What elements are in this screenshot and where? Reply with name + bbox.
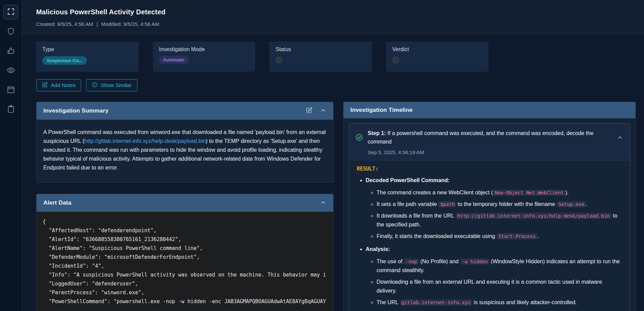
inline-code: gitlab.internet-info.xyz [400,299,472,306]
payload-url-link[interactable]: http://gitlab.internet-info.xyz/help-des… [84,138,206,144]
attribute-cards: Type Suspicious Co... Investigation Mode… [36,42,636,72]
alert-data-title: Alert Data [43,199,71,206]
investigation-timeline-panel: Investigation Timeline Step 1: If a powe… [343,102,636,311]
inline-code: -nop [404,258,419,265]
text-run: to the temporary folder with the filenam… [456,201,557,207]
step-1-results: RESULT: Decoded PowerShell Command: The … [349,160,630,311]
investigation-mode-card: Investigation Mode Automatic [153,42,255,72]
decoded-command-heading: Decoded PowerShell Command: [366,177,450,183]
code-line: "Info": "A suspicious PowerShell activit… [43,270,333,279]
timeline-bullet: Downloading a file from an external URL … [377,278,622,295]
verdict-card: Verdict [386,42,488,72]
sidebar-nav [6,27,15,114]
meta-divider: | [97,21,98,27]
analysis-section: Analysis: The use of -nop (No Profile) a… [366,246,622,311]
step-1-description: If a powershell command was executed, an… [368,130,594,145]
thumbs-up-icon[interactable] [6,46,15,55]
eye-icon[interactable] [6,66,15,75]
add-notes-button[interactable]: Add Notes [36,79,81,91]
text-run: ). [566,190,569,195]
created-timestamp: Created: 9/5/25, 4:56 AM [36,21,93,27]
edit-summary-icon[interactable] [306,107,312,115]
timeline-bullet: The URL gitlab.internet-info.xyz is susp… [377,298,622,307]
investigation-summary-panel: Investigation Summary A PowerShell comma… [36,102,334,183]
code-line: "LoggedUser": "defenderuser", [43,279,333,288]
text-run: The use of [377,258,404,264]
status-indicator [276,57,282,63]
status-card: Status [269,42,372,72]
investigation-timeline-header[interactable]: Investigation Timeline [343,102,635,118]
meta-line: Created: 9/5/25, 4:56 AM|Modified: 9/5/2… [36,21,636,27]
text-run: Downloading a file from an external URL … [377,279,602,294]
decoded-command-items: The command creates a new WebClient obje… [366,188,622,241]
investigation-summary-title: Investigation Summary [43,107,108,114]
modified-timestamp: Modified: 9/5/25, 4:56 AM [101,21,159,27]
investigation-mode-label: Investigation Mode [159,46,249,53]
text-run: It downloads a file from the URL [377,213,456,219]
result-list: Decoded PowerShell Command: The command … [357,177,622,311]
timeline-step-1: Step 1: If a powershell command was exec… [349,123,630,311]
status-label: Status [276,46,366,53]
clipboard-icon[interactable] [6,105,15,114]
code-line: "AlertId": "636688558380765161_213628044… [43,235,333,244]
text-run: The command creates a new WebClient obje… [377,190,493,195]
summary-header-icons [306,107,326,115]
right-column: Investigation Timeline Step 1: If a powe… [343,102,636,311]
code-line: "ParentProcess": "winword.exe", [43,288,333,297]
page-title: Malicious PowerShell Activity Detected [36,8,636,16]
code-line: "DefenderModule": "microsoftDefenderForE… [43,253,333,262]
analysis-heading: Analysis: [366,246,390,252]
step-1-label: Step 1: [368,130,386,136]
alert-data-json: { "AffectedHost": "defenderendpoint", "A… [36,212,333,311]
text-run: The URL [377,299,400,305]
code-line: "IncidentId": "4", [43,262,333,270]
inline-code: -w hidden [460,258,489,265]
page-header: Malicious PowerShell Activity Detected C… [22,0,644,34]
sidebar [0,0,22,311]
type-card: Type Suspicious Co... [36,42,138,72]
app-logo-button[interactable] [3,5,18,19]
main-content: Malicious PowerShell Activity Detected C… [22,0,644,311]
left-column: Investigation Summary A PowerShell comma… [36,102,334,311]
text-run: It sets a file path variable [377,201,438,207]
code-line: { [43,217,333,226]
info-icon [92,82,98,89]
inline-code: New-Object Net.WebClient [493,190,565,196]
text-run: (No Profile) and [419,258,460,264]
step-1-timestamp: Sep 5, 2025, 4:56:18 AM [349,148,630,160]
shield-icon[interactable] [6,27,15,36]
alert-data-header[interactable]: Alert Data [36,194,333,212]
timeline-bullet: Finally, it starts the downloaded execut… [377,232,622,241]
timeline-bullet: It downloads a file from the URL http://… [377,211,622,229]
collapse-chevron-icon[interactable] [617,134,624,141]
text-run: . [537,233,539,239]
verdict-label: Verdict [392,46,482,53]
timeline-bullet: This behavior aligns with typical attack… [377,310,622,311]
code-line: "PowerShellCommand": "powershell.exe -no… [43,297,333,306]
investigation-summary-body: A PowerShell command was executed from w… [36,120,333,182]
show-similar-label: Show Similar [101,82,131,88]
decoded-command-section: Decoded PowerShell Command: The command … [366,177,622,241]
collapse-chevron-icon[interactable] [320,199,326,207]
text-run: Finally, it starts the downloaded execut… [377,233,497,239]
panels-row: Investigation Summary A PowerShell comma… [36,102,636,311]
step-1-summary[interactable]: Step 1: If a powershell command was exec… [349,123,630,160]
code-line: "AlertName": "Suspicious PowerShell comm… [43,244,333,253]
investigation-timeline-title: Investigation Timeline [350,107,413,114]
success-check-icon [355,134,363,141]
expand-icon [7,8,15,17]
timeline-bullet: The command creates a new WebClient obje… [377,188,622,197]
text-run: . [586,201,587,207]
inline-code: http://gitlab.internet-info.xyz/help-des… [456,213,612,219]
add-notes-label: Add Notes [51,82,75,88]
calendar-icon[interactable] [6,85,15,94]
text-run: is suspicious and likely attacker-contro… [472,299,577,305]
collapse-chevron-icon[interactable] [320,107,326,115]
type-label: Type [42,46,132,53]
alert-data-panel: Alert Data { "AffectedHost": "defenderen… [36,194,334,311]
edit-icon [42,82,48,89]
inline-code: Start-Process [497,233,538,239]
action-buttons: Add Notes Show Similar [36,79,636,91]
show-similar-button[interactable]: Show Similar [86,79,137,91]
investigation-summary-header[interactable]: Investigation Summary [36,102,333,120]
